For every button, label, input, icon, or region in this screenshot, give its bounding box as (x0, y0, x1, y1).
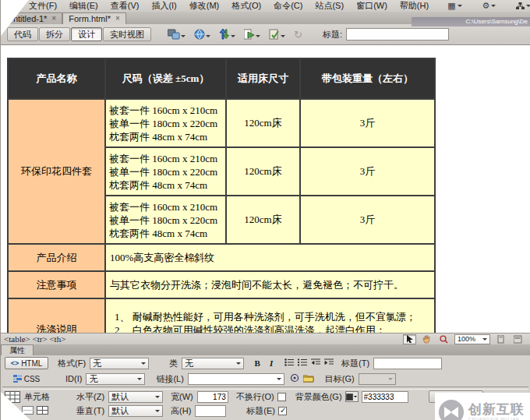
watermark-logo-icon (438, 399, 465, 420)
wash-label-cell[interactable]: 洗涤说明 (8, 298, 105, 333)
extend-gear-icon[interactable]: ⚙ (482, 1, 496, 11)
header-size[interactable]: 尺码（误差 ±5cm） (105, 58, 226, 99)
width-input[interactable] (197, 391, 228, 403)
tab-form-html-close-icon[interactable]: × (115, 15, 120, 23)
refresh-icon[interactable]: ↻ (294, 29, 302, 41)
design-view-button[interactable]: 设计 (71, 27, 102, 41)
wash-line: 1、 耐碱耐热性能好，可用各种洗涤剂，可手洗机洗，但不宜氯漂； (110, 310, 430, 323)
multiscreen-preview-icon[interactable] (168, 29, 186, 40)
tag-selector[interactable]: <table> <tr> <th> (4, 334, 65, 344)
header-product-name[interactable]: 产品名称 (8, 58, 105, 99)
bold-button[interactable]: B (252, 358, 263, 368)
class-select[interactable]: 无 (182, 358, 244, 369)
product-name-cell[interactable]: 环保印花四件套 (8, 99, 105, 244)
cell-title-input[interactable] (373, 358, 442, 369)
weight-cell[interactable]: 3斤 (300, 196, 435, 244)
check-browser-compat-icon[interactable] (269, 29, 285, 40)
zoom-level-select[interactable]: 100% (454, 334, 490, 344)
design-view-canvas[interactable]: 产品名称 尺码（误差 ±5cm） 适用床尺寸 带包装重量（左右） 环保印花四件套… (1, 45, 530, 333)
menu-insert[interactable]: 插入(I) (145, 0, 182, 12)
intro-label-cell[interactable]: 产品介绍 (8, 244, 105, 271)
tab-properties[interactable]: 属性 (1, 344, 34, 355)
css-mode-button[interactable]: CSS (5, 372, 48, 385)
menu-help[interactable]: 帮助(H) (394, 0, 435, 12)
horizontal-value: 默认 (111, 391, 129, 403)
bgcolor-input[interactable] (362, 391, 408, 403)
unordered-list-icon[interactable] (284, 358, 294, 368)
italic-button[interactable]: I (266, 358, 277, 368)
layout-switcher-icon[interactable]: ▦ (447, 1, 461, 11)
watermark: 创新互联 CHUANGXIN HULIAN (435, 393, 530, 420)
size-cell[interactable]: 被套一件 160cm x 210cm 被单一件 180cm x 220cm 枕套… (105, 99, 226, 147)
zoom-tool-icon[interactable] (437, 334, 450, 344)
horizontal-select[interactable]: 默认 (108, 391, 163, 403)
vertical-select[interactable]: 默认 (108, 405, 163, 417)
nowrap-checkbox[interactable] (277, 393, 286, 401)
table-row: 洗涤说明 1、 耐碱耐热性能好，可用各种洗涤剂，可手洗机洗，但不宜氯漂； 2、 … (8, 298, 435, 333)
menu-site[interactable]: 站点(S) (309, 0, 350, 12)
id-select[interactable]: 无 (86, 373, 145, 385)
ordered-list-icon[interactable] (298, 358, 307, 368)
height-input[interactable] (195, 405, 226, 417)
css-icon (13, 375, 22, 383)
weight-cell[interactable]: 3斤 (300, 147, 435, 196)
indent-icon[interactable] (324, 358, 334, 368)
site-setup-icon[interactable] (516, 2, 530, 10)
format-select[interactable]: 无 (90, 358, 149, 369)
bgcolor-swatch[interactable] (345, 391, 359, 402)
zoom-level-value: 100% (458, 335, 475, 343)
intro-text-cell[interactable]: 100%高支高密全棉斜纹 (105, 244, 435, 271)
browse-folder-icon[interactable] (303, 374, 314, 384)
tab-untitled-1-close-icon[interactable]: × (51, 15, 56, 23)
file-management-icon[interactable] (219, 29, 235, 40)
tab-form-html[interactable]: Form.html* × (62, 12, 126, 24)
hand-tool-icon[interactable] (420, 334, 433, 344)
html-mode-button[interactable]: <> HTML (5, 357, 48, 369)
point-to-file-icon[interactable] (290, 373, 299, 384)
height-label: 高(H) (171, 405, 191, 417)
split-view-button[interactable]: 拆分 (39, 27, 70, 41)
target-label: 目标(G) (325, 373, 355, 385)
header-weight[interactable]: 带包装重量（左右） (300, 58, 435, 99)
menu-edit[interactable]: 编辑(E) (63, 0, 104, 12)
bed-cell[interactable]: 120cm床 (226, 99, 300, 147)
menu-format[interactable]: 格式(O) (225, 0, 267, 12)
live-view-button[interactable]: 实时视图 (103, 27, 151, 41)
menu-commands[interactable]: 命令(C) (267, 0, 309, 12)
document-title-input[interactable] (346, 28, 449, 41)
outdent-icon[interactable] (311, 358, 320, 368)
table-row: 产品介绍 100%高支高密全棉斜纹 (8, 244, 435, 271)
properties-panel: 属性 <> HTML 格式(F) 无 类 无 B I 标题( (1, 344, 530, 420)
menu-view[interactable]: 查看(V) (104, 0, 146, 12)
download-size-icon[interactable] (511, 334, 525, 344)
preview-browser-globe-icon[interactable] (194, 29, 210, 40)
nowrap-label: 不换行(O) (236, 391, 274, 403)
format-label: 格式(F) (58, 358, 86, 369)
props-row-1: <> HTML 格式(F) 无 类 无 B I 标题(T) (1, 355, 530, 371)
link-input[interactable] (188, 373, 284, 385)
target-select (359, 373, 396, 385)
class-value: 无 (185, 358, 193, 369)
dreamweaver-window: 文件(F) 编辑(E) 查看(V) 插入(I) 修改(M) 格式(O) 命令(C… (0, 0, 530, 420)
bed-cell[interactable]: 120cm床 (226, 147, 300, 196)
menu-modify[interactable]: 修改(M) (183, 0, 226, 12)
split-cell-icon[interactable] (37, 406, 48, 416)
notice-text-cell[interactable]: 与其它衣物分开洗涤；浸泡时间不能太长，避免褪色；不可拧干。 (105, 271, 435, 298)
size-cell[interactable]: 被套一件 160cm x 210cm 被单一件 180cm x 220cm 枕套… (105, 196, 226, 244)
header-checkbox[interactable] (278, 407, 287, 415)
css-mode-label: CSS (24, 375, 41, 383)
size-cell[interactable]: 被套一件 160cm x 210cm 被单一件 180cm x 220cm 枕套… (105, 147, 226, 196)
select-tool-icon[interactable] (403, 334, 416, 344)
class-label: 类 (169, 358, 178, 369)
menu-window[interactable]: 窗口(W) (350, 0, 394, 12)
wash-text-cell[interactable]: 1、 耐碱耐热性能好，可用各种洗涤剂，可手洗机洗，但不宜氯漂； 2、 白色衣物可… (105, 298, 435, 333)
header-bed-size[interactable]: 适用床尺寸 (226, 58, 300, 99)
notice-label-cell[interactable]: 注意事项 (8, 271, 105, 298)
page-curl-bottom-left (1, 392, 30, 420)
live-view-options-icon[interactable] (244, 29, 260, 40)
size-line: 枕套两件 48cm x 74cm (109, 178, 222, 192)
document-toolbar: 代码 拆分 设计 实时视图 ↻ (1, 24, 530, 45)
bed-cell[interactable]: 120cm床 (226, 196, 300, 244)
weight-cell[interactable]: 3斤 (300, 99, 435, 147)
window-size-icon[interactable] (494, 334, 507, 344)
